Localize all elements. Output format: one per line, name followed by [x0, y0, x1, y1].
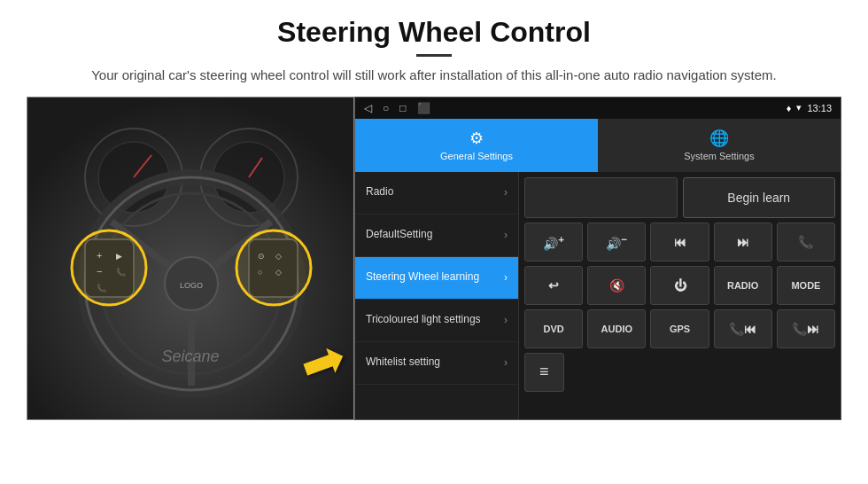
power-button[interactable]: ⏻ — [650, 266, 709, 305]
page-subtitle: Your original car's steering wheel contr… — [27, 66, 841, 86]
list-icon-button[interactable]: ≡ — [524, 353, 564, 392]
svg-point-27 — [236, 230, 311, 305]
controls-row-2: 🔊+ 🔊− ⏮ ⏭ 📞 — [524, 222, 835, 262]
dvd-label: DVD — [543, 324, 563, 334]
controls-row-5: ≡ — [524, 353, 835, 392]
radio-label: RADIO — [727, 280, 758, 291]
mute-button[interactable]: 🔇 — [587, 266, 646, 305]
watermark: Seicane — [161, 347, 219, 366]
chevron-icon-whitelist: › — [504, 356, 508, 369]
return-button[interactable]: ↩ — [524, 266, 583, 305]
page-wrapper: Steering Wheel Control Your original car… — [0, 0, 868, 429]
vol-up-button[interactable]: 🔊+ — [524, 222, 583, 262]
phone-prev-button[interactable]: 📞⏮ — [714, 309, 772, 348]
audio-button[interactable]: AUDIO — [587, 309, 646, 348]
chevron-icon-tricoloured: › — [504, 314, 508, 326]
general-settings-icon: ⚙ — [469, 129, 484, 148]
recents-icon[interactable]: □ — [399, 102, 406, 114]
next-track-button[interactable]: ⏭ — [714, 222, 772, 262]
time-display: 13:13 — [807, 103, 832, 113]
menu-list: Radio › DefaultSetting › Steering Wheel … — [355, 172, 519, 419]
svg-text:LOGO: LOGO — [180, 281, 203, 290]
gps-label: GPS — [670, 324, 690, 334]
call-icon: 📞 — [798, 235, 813, 249]
mode-label: MODE — [791, 280, 820, 291]
menu-whitelist-label: Whitelist setting — [366, 355, 440, 370]
tab-bar: ⚙ General Settings 🌐 System Settings — [355, 119, 841, 172]
controls-area: Begin learn 🔊+ 🔊− ⏮ — [519, 172, 841, 419]
tab-general-settings[interactable]: ⚙ General Settings — [355, 119, 598, 172]
call-button[interactable]: 📞 — [777, 222, 835, 262]
menu-item-radio[interactable]: Radio › — [355, 172, 518, 215]
back-icon[interactable]: ◁ — [364, 102, 372, 114]
tab-system-label: System Settings — [684, 151, 754, 161]
mode-button[interactable]: MODE — [777, 266, 835, 305]
location-icon: ♦ — [787, 103, 792, 113]
tab-system-settings[interactable]: 🌐 System Settings — [598, 119, 841, 172]
status-bar-right: ♦ ▾ 13:13 — [787, 102, 832, 113]
signal-icon: ▾ — [796, 102, 802, 113]
tab-general-label: General Settings — [440, 151, 513, 161]
screenshot-icon[interactable]: ⬛ — [417, 102, 430, 114]
empty-input-box — [524, 177, 678, 218]
controls-row-3: ↩ 🔇 ⏻ RADIO MODE — [524, 266, 835, 305]
page-title: Steering Wheel Control — [27, 16, 841, 49]
menu-tricoloured-label: Tricoloured light settings — [366, 313, 481, 327]
content-area: LOGO + ▶ − 📞 📞 ⊙ ◇ ○ ◇ — [27, 97, 841, 420]
phone-prev-icon: 📞⏮ — [729, 322, 756, 336]
car-image-bg: LOGO + ▶ − 📞 📞 ⊙ ◇ ○ ◇ — [27, 98, 353, 419]
controls-row-1: Begin learn — [524, 177, 835, 218]
power-icon: ⏻ — [674, 278, 686, 293]
svg-point-26 — [72, 230, 146, 305]
menu-radio-label: Radio — [366, 185, 393, 199]
phone-next-button[interactable]: 📞⏭ — [777, 309, 835, 348]
main-content: Radio › DefaultSetting › Steering Wheel … — [355, 172, 841, 419]
status-bar: ◁ ○ □ ⬛ ♦ ▾ 13:13 — [355, 98, 841, 119]
menu-item-tricoloured[interactable]: Tricoloured light settings › — [355, 300, 518, 342]
title-section: Steering Wheel Control Your original car… — [27, 16, 841, 86]
phone-next-icon: 📞⏭ — [792, 322, 819, 336]
controls-row-4: DVD AUDIO GPS 📞⏮ 📞⏭ — [524, 309, 835, 348]
chevron-icon-steering: › — [504, 271, 508, 284]
mute-icon: 🔇 — [609, 278, 624, 293]
gps-button[interactable]: GPS — [650, 309, 709, 348]
audio-label: AUDIO — [601, 324, 632, 334]
car-image-container: LOGO + ▶ − 📞 📞 ⊙ ◇ ○ ◇ — [27, 97, 354, 420]
radio-button[interactable]: RADIO — [714, 266, 772, 305]
chevron-icon-default: › — [504, 229, 508, 241]
android-panel: ◁ ○ □ ⬛ ♦ ▾ 13:13 ⚙ General Settings — [354, 97, 841, 420]
list-icon: ≡ — [539, 363, 549, 381]
menu-item-default[interactable]: DefaultSetting › — [355, 215, 518, 257]
next-track-icon: ⏭ — [737, 235, 749, 249]
home-icon[interactable]: ○ — [383, 102, 389, 114]
menu-item-whitelist[interactable]: Whitelist setting › — [355, 342, 518, 385]
dvd-button[interactable]: DVD — [524, 309, 583, 348]
begin-learn-button[interactable]: Begin learn — [683, 177, 836, 218]
title-divider — [416, 54, 452, 57]
nav-icons: ◁ ○ □ ⬛ — [364, 102, 430, 114]
chevron-icon-radio: › — [504, 186, 508, 199]
prev-track-button[interactable]: ⏮ — [650, 222, 709, 262]
return-icon: ↩ — [548, 278, 559, 293]
menu-item-steering[interactable]: Steering Wheel learning › — [355, 257, 518, 300]
vol-down-button[interactable]: 🔊− — [587, 222, 646, 262]
menu-default-label: DefaultSetting — [366, 228, 432, 242]
vol-up-icon: 🔊+ — [543, 233, 564, 251]
prev-track-icon: ⏮ — [674, 235, 686, 249]
vol-down-icon: 🔊− — [606, 233, 627, 251]
system-settings-icon: 🌐 — [709, 129, 729, 148]
menu-steering-label: Steering Wheel learning — [366, 270, 479, 285]
